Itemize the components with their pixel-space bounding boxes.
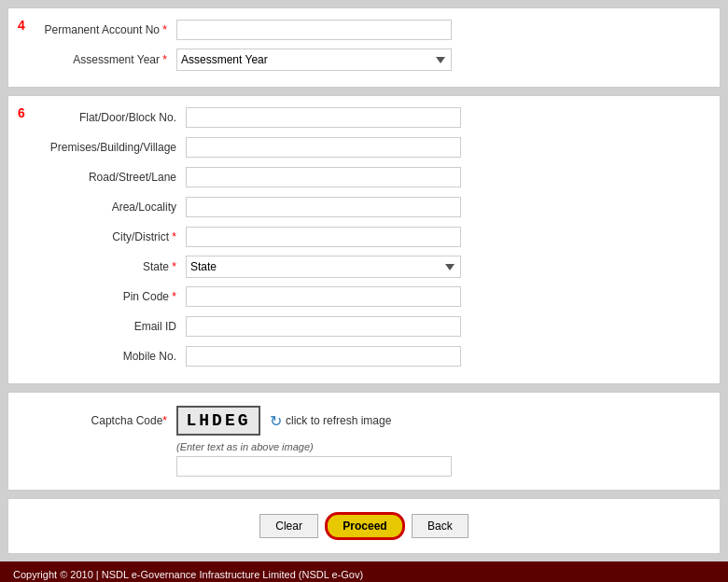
back-button[interactable]: Back (412, 514, 469, 538)
road-label: Road/Street/Lane (36, 171, 186, 184)
state-label: State * (36, 260, 186, 273)
captcha-input[interactable] (176, 456, 452, 477)
captcha-hint: (Enter text as in above image) (176, 441, 701, 452)
footer: Copyright © 2010 | NSDL e-Governance Inf… (0, 561, 728, 582)
refresh-captcha-link[interactable]: ↻ click to refresh image (270, 412, 391, 430)
pan-row: Permanent Account No * (27, 18, 701, 42)
mobile-input[interactable] (186, 346, 461, 367)
city-required-star: * (172, 230, 176, 243)
assessment-year-label: Assessment Year * (27, 53, 176, 66)
premises-input[interactable] (186, 137, 461, 158)
premises-label: Premises/Building/Village (36, 141, 186, 154)
pan-required-star: * (162, 23, 167, 36)
section-number-6: 6 (18, 105, 25, 120)
email-row: Email ID (36, 314, 701, 339)
premises-row: Premises/Building/Village (36, 135, 701, 159)
refresh-icon: ↻ (270, 412, 282, 430)
flat-no-row: Flat/Door/Block No. (36, 105, 701, 130)
button-section: Clear Proceed Back (7, 498, 721, 554)
refresh-captcha-label: click to refresh image (286, 414, 391, 427)
captcha-row: Captcha Code* LHDEG ↻ click to refresh i… (27, 406, 701, 436)
pin-required-star: * (172, 290, 176, 303)
captcha-label: Captcha Code* (27, 414, 176, 427)
road-row: Road/Street/Lane (36, 165, 701, 189)
city-input[interactable] (186, 227, 461, 247)
state-select[interactable]: State (186, 256, 461, 278)
footer-line1: Copyright © 2010 | NSDL e-Governance Inf… (13, 569, 715, 580)
pin-code-row: Pin Code * (36, 284, 701, 309)
area-row: Area/Locality (36, 195, 701, 219)
mobile-row: Mobile No. (36, 344, 701, 368)
area-label: Area/Locality (36, 201, 186, 214)
state-required-star: * (172, 260, 176, 273)
area-input[interactable] (186, 197, 461, 217)
pan-label: Permanent Account No * (27, 23, 176, 36)
city-label: City/District * (36, 230, 186, 243)
section-4-5: 4 Permanent Account No * 5 Assessment Ye… (7, 7, 721, 88)
assessment-year-select[interactable]: Assessment Year (176, 48, 452, 71)
road-input[interactable] (186, 167, 461, 187)
captcha-image: LHDEG (176, 406, 260, 436)
assessment-year-row: Assessment Year * Assessment Year (27, 48, 452, 72)
captcha-section: Captcha Code* LHDEG ↻ click to refresh i… (7, 392, 721, 491)
clear-button[interactable]: Clear (259, 514, 318, 538)
flat-no-label: Flat/Door/Block No. (36, 111, 186, 124)
section-number-4: 4 (18, 18, 25, 33)
pan-input[interactable] (176, 20, 452, 40)
mobile-label: Mobile No. (36, 350, 186, 363)
pin-code-label: Pin Code * (36, 290, 186, 303)
proceed-button[interactable]: Proceed (325, 512, 404, 540)
city-row: City/District * (36, 225, 701, 249)
ay-required-star: * (162, 53, 167, 66)
flat-no-input[interactable] (186, 107, 461, 128)
email-input[interactable] (186, 316, 461, 337)
section-6: 6 Flat/Door/Block No. Premises/Building/… (7, 95, 721, 384)
captcha-required-star: * (162, 414, 167, 427)
state-row: State * State (36, 255, 701, 279)
pin-code-input[interactable] (186, 286, 461, 307)
email-label: Email ID (36, 320, 186, 333)
